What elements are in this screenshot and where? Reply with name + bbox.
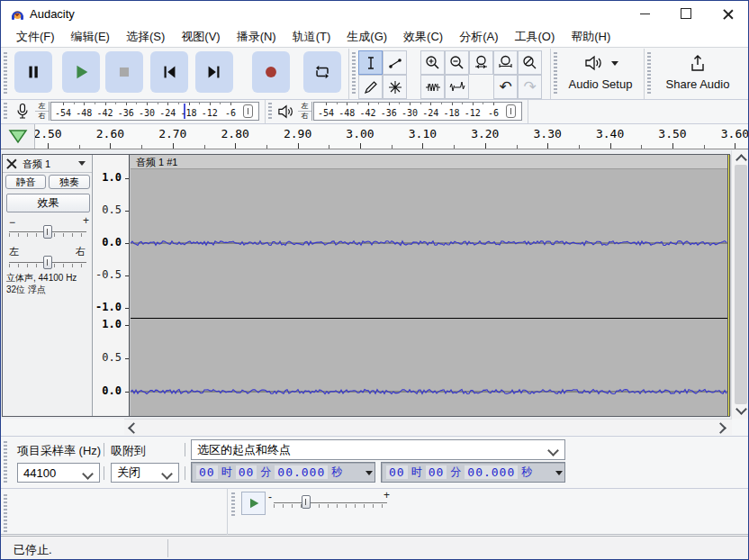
minutes-value[interactable]: 00 [426, 465, 447, 479]
timeline-major-tick [672, 143, 673, 149]
scroll-down-icon[interactable] [735, 403, 747, 415]
multi-tool-button[interactable] [383, 75, 407, 99]
timeline-minor-tick [641, 145, 642, 149]
track-name[interactable]: 音频 1 [23, 158, 50, 171]
vertical-scrollbar-thumb[interactable] [735, 165, 747, 404]
snap-to-dropdown[interactable]: 关闭 [111, 463, 179, 483]
gain-minus-label: − [9, 216, 15, 229]
share-audio-button[interactable]: Share Audio [653, 50, 743, 95]
selection-range-mode-dropdown[interactable]: 选区的起点和终点 [191, 439, 565, 460]
menu-item-10[interactable]: 工具(O) [506, 26, 563, 48]
speed-slider-thumb[interactable] [302, 495, 311, 509]
horizontal-scrollbar[interactable] [124, 419, 732, 435]
selection-end-time-field[interactable]: 00 时 00 分 00.000 秒 [381, 462, 565, 483]
chevron-down-icon[interactable] [365, 471, 373, 475]
undo-button[interactable]: ↶ [493, 75, 518, 99]
timeline-pin-button[interactable] [1, 124, 35, 149]
transport-toolbar-grip[interactable] [4, 52, 7, 94]
trim-audio-button[interactable] [420, 75, 445, 99]
scroll-up-icon[interactable] [735, 154, 747, 166]
menu-item-1[interactable]: 文件(F) [8, 26, 63, 48]
envelope-tool-button[interactable] [383, 50, 407, 75]
zoom-out-button[interactable] [445, 50, 469, 75]
menu-item-8[interactable]: 效果(C) [395, 26, 451, 48]
effects-button[interactable]: 效果 [6, 194, 90, 212]
meter-tick [326, 103, 327, 105]
play-at-speed-button[interactable] [241, 492, 266, 515]
meter-scale-label: -36 [378, 108, 400, 118]
minimize-button[interactable] [624, 1, 665, 26]
recording-meter[interactable]: -54-48-42-36-30-24-18-12-6 [50, 102, 259, 121]
menu-item-3[interactable]: 选择(S) [118, 26, 173, 48]
pan-slider-thumb[interactable] [43, 256, 52, 269]
seconds-value[interactable]: 00.000 [465, 465, 518, 479]
selection-tool-button[interactable] [358, 50, 383, 75]
record-button[interactable] [252, 51, 290, 93]
silence-audio-button[interactable] [445, 75, 469, 99]
menu-item-11[interactable]: 帮助(H) [563, 26, 618, 48]
maximize-button[interactable] [665, 1, 707, 26]
solo-button[interactable]: 独奏 [49, 175, 90, 189]
seconds-value[interactable]: 00.000 [275, 465, 328, 479]
playback-meter[interactable]: -54-48-42-36-30-24-18-12-6 [313, 102, 522, 121]
loop-button[interactable] [303, 51, 341, 93]
project-rate-dropdown[interactable]: 44100 [17, 463, 100, 483]
close-button[interactable] [707, 1, 748, 26]
skip-to-start-button[interactable] [150, 51, 188, 93]
track-close-button[interactable] [6, 158, 16, 168]
timeline-ruler[interactable]: 2.502.602.702.802.903.003.103.203.303.40… [1, 124, 749, 149]
share-audio-toolbar-grip[interactable] [647, 52, 651, 94]
menu-item-5[interactable]: 播录(N) [229, 26, 284, 48]
stop-button[interactable] [105, 51, 143, 93]
record-meter-button[interactable] [12, 100, 33, 122]
meter-scale-label: -30 [136, 108, 158, 118]
menu-item-6[interactable]: 轨道(T) [284, 26, 339, 48]
recording-meter-grip[interactable] [4, 103, 7, 121]
play-button[interactable] [62, 51, 100, 93]
audio-setup-button[interactable]: Audio Setup [559, 50, 642, 95]
vertical-scrollbar[interactable] [731, 150, 749, 419]
zoom-toggle-button[interactable] [518, 50, 542, 75]
selection-start-time-field[interactable]: 00 时 00 分 00.000 秒 [191, 462, 375, 483]
playback-meter-grip[interactable] [268, 103, 272, 121]
selection-toolbar-grip[interactable] [4, 441, 7, 484]
fit-selection-button[interactable] [469, 50, 493, 75]
zoom-in-button[interactable] [420, 50, 445, 75]
project-rate-value: 44100 [23, 466, 56, 480]
audio-setup-toolbar-grip[interactable] [554, 52, 557, 94]
vertical-scale-ruler[interactable]: 1.00.50.0-0.5-1.01.00.50.0 [93, 155, 130, 416]
speed-slider-track[interactable] [274, 502, 387, 503]
playback-meter-button[interactable] [275, 100, 297, 122]
chevron-down-icon[interactable] [555, 471, 563, 475]
fit-project-button[interactable] [493, 50, 518, 75]
time-toolbar-grip[interactable] [4, 494, 7, 532]
gain-slider-thumb[interactable] [43, 225, 52, 239]
track-menu-icon[interactable] [78, 161, 86, 166]
menu-item-7[interactable]: 生成(G) [338, 26, 395, 48]
pause-button[interactable] [14, 51, 52, 93]
label-separator [104, 466, 104, 480]
minutes-value[interactable]: 00 [236, 465, 257, 479]
redo-button[interactable]: ↷ [518, 75, 542, 99]
timeline-label: 3.60 [715, 127, 749, 140]
ruler-tick [125, 308, 129, 309]
scroll-right-icon[interactable] [715, 422, 726, 434]
menu-item-4[interactable]: 视图(V) [173, 26, 228, 48]
menu-item-9[interactable]: 分析(A) [451, 26, 506, 48]
playback-meter-handle[interactable] [506, 104, 516, 118]
mute-button[interactable]: 静音 [5, 175, 46, 189]
close-icon [723, 9, 733, 19]
hours-value[interactable]: 00 [386, 465, 408, 479]
scroll-left-icon[interactable] [128, 422, 140, 434]
hours-value[interactable]: 00 [196, 465, 218, 479]
play-at-speed-grip[interactable] [231, 492, 235, 517]
draw-tool-button[interactable] [358, 75, 383, 99]
menu-item-2[interactable]: 编辑(E) [63, 26, 118, 48]
tools-toolbar-grip[interactable] [352, 52, 356, 94]
skip-to-end-button[interactable] [195, 51, 233, 93]
waveform-area[interactable]: 音频 1 #1 [130, 155, 731, 416]
recording-meter-handle[interactable] [243, 104, 253, 118]
audio-clip[interactable]: 音频 1 #1 [131, 155, 727, 416]
meter-tick-minor [420, 103, 421, 104]
status-bar: 已停止. [1, 536, 749, 560]
